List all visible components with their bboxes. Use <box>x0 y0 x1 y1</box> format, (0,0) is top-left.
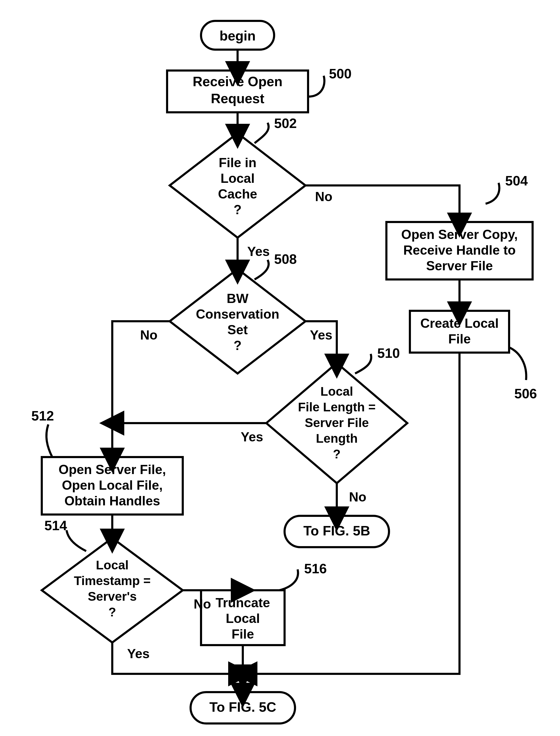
flowchart-diagram: begin Receive Open Request 500 File in L… <box>0 0 560 736</box>
decision-502-l3: Cache <box>218 187 257 201</box>
process-506-l2: File <box>448 332 471 346</box>
decision-508-l4: ? <box>234 338 242 353</box>
process-516-l1: Truncate <box>216 596 270 610</box>
decision-514-l1: Local <box>96 558 128 572</box>
decision-510-l4: Length <box>316 432 358 445</box>
process-500-line1: Receive Open <box>193 74 282 89</box>
process-504-l3: Server File <box>426 258 493 273</box>
label-502-no: No <box>315 189 333 204</box>
label-510-yes: Yes <box>241 430 263 444</box>
decision-510-l3: Server File <box>305 416 369 430</box>
decision-514-l4: ? <box>108 605 116 619</box>
decision-510-l1: Local <box>320 385 353 398</box>
process-506-l1: Create Local <box>420 316 499 331</box>
process-516-l2: Local <box>226 611 260 626</box>
ref-512: 512 <box>31 408 54 424</box>
decision-502-l4: ? <box>234 202 242 217</box>
ref-500: 500 <box>329 66 352 81</box>
decision-510-l2: File Length = <box>298 400 375 414</box>
label-514-no: No <box>194 597 211 611</box>
ref-516: 516 <box>304 561 327 576</box>
decision-508-l3: Set <box>227 322 248 337</box>
label-508-no: No <box>140 328 158 342</box>
decision-514-l3: Server's <box>88 590 137 603</box>
decision-514-l2: Timestamp = <box>74 574 151 588</box>
ref-504: 504 <box>505 173 528 188</box>
process-512-l3: Obtain Handles <box>64 494 160 508</box>
terminator-to-fig-5c-label: To FIG. 5C <box>209 699 276 715</box>
label-514-yes: Yes <box>127 646 150 661</box>
process-504-l1: Open Server Copy, <box>401 227 518 242</box>
process-512-l2: Open Local File, <box>62 478 163 493</box>
ref-506: 506 <box>514 386 537 401</box>
process-516-l3: File <box>232 627 254 641</box>
process-500-line2: Request <box>211 91 264 106</box>
ref-508: 508 <box>274 251 297 267</box>
terminator-begin-label: begin <box>220 28 256 43</box>
ref-514: 514 <box>44 518 67 533</box>
label-508-yes: Yes <box>310 328 332 342</box>
decision-510-l5: ? <box>333 447 340 461</box>
ref-502: 502 <box>274 116 297 131</box>
process-504-l2: Receive Handle to <box>403 243 516 257</box>
decision-502-l2: Local <box>221 171 255 186</box>
label-502-yes: Yes <box>247 244 270 259</box>
label-510-no: No <box>349 490 367 504</box>
decision-508-l1: BW <box>227 291 249 306</box>
process-512-l1: Open Server File, <box>58 462 166 477</box>
ref-510: 510 <box>377 345 400 361</box>
terminator-to-fig-5b-label: To FIG. 5B <box>303 523 370 538</box>
decision-502-l1: File in <box>219 155 256 170</box>
decision-508-l2: Conservation <box>196 307 279 321</box>
